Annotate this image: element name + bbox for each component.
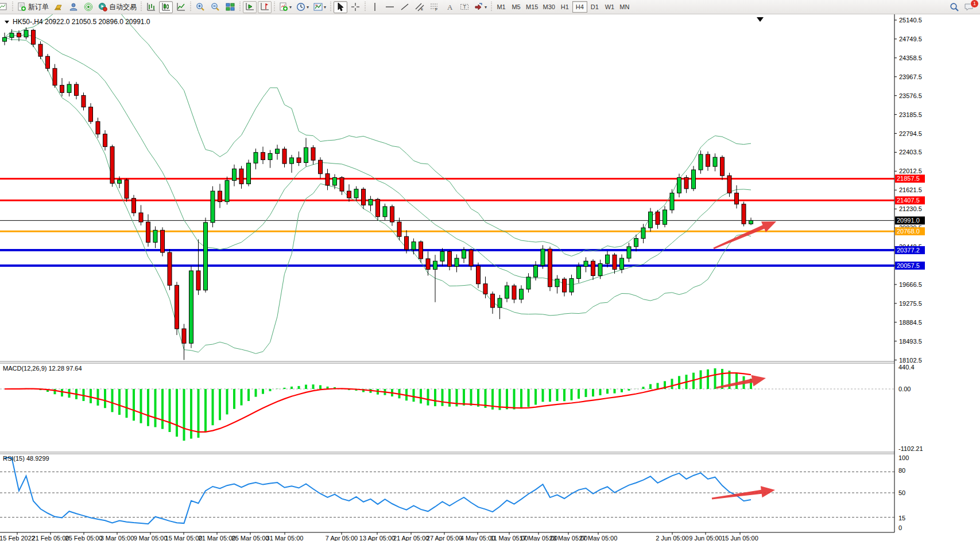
signals-button[interactable]: [82, 1, 95, 13]
chart-window[interactable]: 25140.524749.524358.523967.523576.523185…: [0, 0, 980, 541]
arrows-icon: [474, 2, 483, 11]
vline-icon: [370, 2, 379, 11]
svg-text:25140.5: 25140.5: [899, 17, 922, 24]
templates-button[interactable]: ▾: [312, 1, 328, 13]
zoom-in-icon: [196, 2, 205, 11]
toolbar-separator: [364, 2, 366, 12]
gold-icon: [54, 2, 63, 11]
svg-text:21 Apr 05:00: 21 Apr 05:00: [393, 535, 429, 541]
toolbar-separator: [189, 2, 192, 12]
svg-text:15 Mar 05:00: 15 Mar 05:00: [165, 535, 203, 541]
chevron-down-icon: ▾: [289, 5, 292, 10]
svg-text:7 Apr 05:00: 7 Apr 05:00: [326, 535, 358, 541]
hline-button[interactable]: [383, 1, 397, 13]
crosshair-button[interactable]: [348, 1, 362, 13]
svg-text:18493.5: 18493.5: [899, 338, 922, 345]
timeframe-button-m30[interactable]: M30: [540, 1, 557, 13]
svg-text:13 Apr 05:00: 13 Apr 05:00: [359, 535, 395, 541]
timeframe-button-m15[interactable]: M15: [524, 1, 540, 13]
timeframe-button-w1[interactable]: W1: [602, 1, 617, 13]
line-chart-button[interactable]: [174, 1, 188, 13]
svg-text:21407.5: 21407.5: [897, 197, 920, 204]
new-order-button-label: 新订单: [28, 2, 49, 12]
timeframe-button-h1[interactable]: H1: [557, 1, 572, 13]
svg-text:9 Mar 05:00: 9 Mar 05:00: [134, 535, 168, 541]
channel-button[interactable]: E: [413, 1, 427, 13]
svg-text:50: 50: [898, 489, 905, 496]
timeframe-button-m5[interactable]: M5: [509, 1, 524, 13]
svg-text:100: 100: [898, 454, 909, 461]
svg-text:21 Mar 05:00: 21 Mar 05:00: [199, 535, 236, 541]
svg-text:E: E: [421, 7, 423, 11]
svg-text:21857.5: 21857.5: [897, 175, 920, 182]
toolbar-separator: [330, 2, 332, 12]
toolbar-separator: [273, 2, 276, 12]
trendline-button[interactable]: [398, 1, 412, 13]
new-order-button[interactable]: 新订单: [16, 1, 51, 13]
toolbar-separator: [490, 2, 493, 12]
timeframe-button-m1[interactable]: M1: [494, 1, 509, 13]
svg-text:21621.5: 21621.5: [899, 186, 922, 193]
candle-chart-button[interactable]: [159, 1, 173, 13]
svg-text:27 Apr 05:00: 27 Apr 05:00: [427, 535, 462, 541]
candles-chart-icon: [161, 2, 171, 11]
doc-plus-icon: [17, 2, 26, 11]
mt4-window: 新订单自动交易▾▾▾EFAT▾M1M5M15M30H1H4D1W1MN1 251…: [0, 0, 980, 541]
zoom-out-button[interactable]: [208, 1, 222, 13]
fibo-button[interactable]: F: [428, 1, 441, 13]
timeframe-button-d1[interactable]: D1: [587, 1, 602, 13]
chart-header: HK50-,H4 20922.0 21050.5 20896.0 20991.0: [5, 18, 150, 26]
chart-shift-button[interactable]: [258, 1, 272, 13]
notifications-button[interactable]: 1: [962, 1, 976, 13]
zoom-in-button[interactable]: [193, 1, 207, 13]
svg-text:21230.5: 21230.5: [899, 205, 922, 212]
indicators-button[interactable]: ▾: [277, 1, 293, 13]
hline-icon: [385, 2, 394, 11]
bar-chart-button[interactable]: [144, 1, 158, 13]
svg-text:22403.5: 22403.5: [899, 149, 922, 155]
chevron-down-icon: ▾: [307, 5, 309, 10]
gold-button[interactable]: [52, 1, 65, 13]
svg-text:20057.5: 20057.5: [897, 262, 920, 269]
trendline-icon: [400, 2, 409, 11]
svg-text:18884.5: 18884.5: [899, 319, 922, 326]
svg-text:A: A: [447, 3, 453, 11]
chevron-down-icon: ▾: [485, 5, 487, 10]
chart-new-icon: [0, 2, 7, 11]
auto-scroll-button[interactable]: [243, 1, 257, 13]
cursor-icon: [336, 2, 345, 11]
new-chart-button[interactable]: [0, 1, 10, 13]
svg-text:T: T: [463, 4, 467, 10]
svg-text:23967.5: 23967.5: [899, 73, 922, 80]
timeframe-button-mn[interactable]: MN: [617, 1, 632, 13]
search-button[interactable]: [947, 1, 961, 13]
template-icon: [313, 2, 323, 11]
toolbar-separator: [239, 2, 241, 12]
symbol-title: HK50-,H4 20922.0 21050.5 20896.0 20991.0: [13, 18, 150, 26]
autotrade-icon: [98, 2, 107, 11]
signal-icon: [84, 2, 93, 11]
community-button[interactable]: [67, 1, 80, 13]
arrows-button[interactable]: ▾: [472, 1, 489, 13]
svg-text:31 Mar 05:00: 31 Mar 05:00: [266, 535, 304, 541]
svg-text:22012.5: 22012.5: [899, 168, 922, 174]
vline-button[interactable]: [368, 1, 382, 13]
svg-text:20768.0: 20768.0: [897, 228, 920, 235]
svg-text:440.4: 440.4: [898, 364, 915, 371]
autotrading-button-label: 自动交易: [109, 2, 137, 12]
periods-button[interactable]: ▾: [295, 1, 311, 13]
cursor-button[interactable]: [334, 1, 347, 13]
autotrading-button[interactable]: 自动交易: [96, 1, 138, 13]
label-button[interactable]: T: [458, 1, 471, 13]
svg-text:24749.5: 24749.5: [899, 36, 922, 42]
crosshair-icon: [351, 2, 360, 11]
text-button[interactable]: A: [443, 1, 456, 13]
tile-windows-button[interactable]: [223, 1, 237, 13]
toolbar-right-group: 1: [947, 1, 980, 13]
svg-text:18102.5: 18102.5: [899, 357, 922, 364]
chevron-down-icon: ▾: [324, 5, 326, 10]
svg-text:15 Feb 2022: 15 Feb 2022: [0, 535, 35, 541]
notification-badge: 1: [970, 0, 979, 8]
chart-shift-icon: [260, 2, 269, 11]
timeframe-button-h4[interactable]: H4: [572, 1, 587, 13]
